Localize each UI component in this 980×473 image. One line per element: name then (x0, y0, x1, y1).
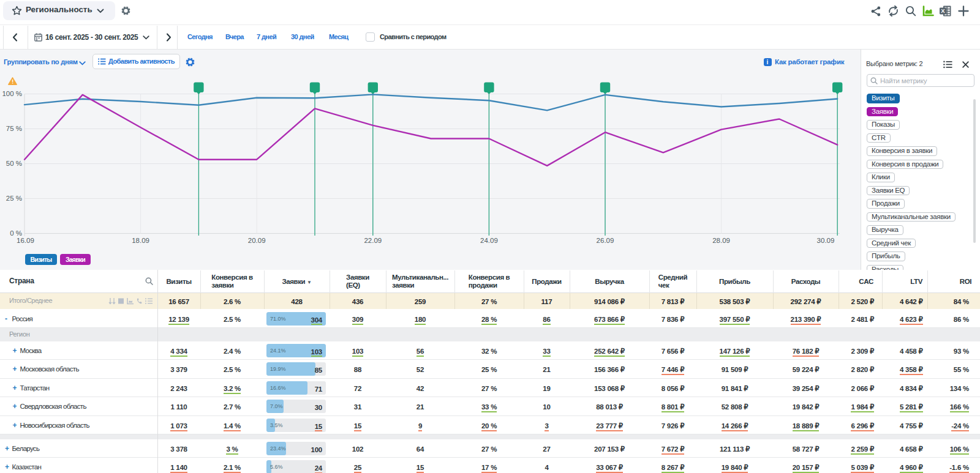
svg-text:20.09: 20.09 (248, 237, 266, 244)
svg-text:X: X (941, 7, 945, 14)
svg-text:0 %: 0 % (10, 229, 22, 237)
svg-text:18.09: 18.09 (132, 237, 149, 244)
svg-text:75 %: 75 % (6, 125, 22, 132)
svg-text:22.09: 22.09 (364, 237, 382, 244)
svg-text:100 %: 100 % (2, 90, 22, 97)
svg-text:30.09: 30.09 (817, 237, 835, 244)
svg-text:28.09: 28.09 (712, 237, 730, 244)
svg-text:16.09: 16.09 (17, 237, 34, 244)
svg-text:50 %: 50 % (6, 160, 22, 167)
svg-text:25 %: 25 % (6, 195, 22, 202)
svg-text:24.09: 24.09 (480, 237, 498, 244)
svg-text:26.09: 26.09 (597, 237, 614, 244)
